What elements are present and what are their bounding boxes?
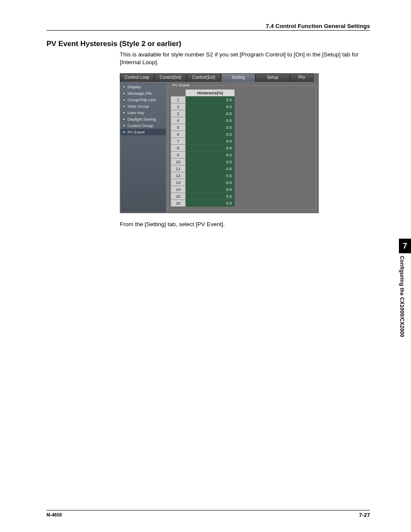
table-row: 70.5 — [171, 138, 235, 145]
sidebar-item-label: Group/Trip Line — [128, 97, 156, 102]
bullet-icon — [122, 98, 126, 102]
sidebar-item-message-file[interactable]: Message,File — [121, 90, 166, 96]
bullet-icon — [122, 105, 126, 108]
hysteresis-table: Histeresis(%) 10.520.530.540.550.560.570… — [171, 89, 235, 207]
tab-control-ext[interactable]: Control(Ext) — [187, 73, 221, 82]
sidebar-item-label: Control Group — [128, 123, 153, 128]
table-corner — [171, 90, 186, 96]
sidebar-item-label: Display — [128, 84, 141, 89]
chapter-number: 7 — [399, 239, 411, 253]
hysteresis-cell[interactable]: 0.5 — [186, 152, 235, 159]
hysteresis-cell[interactable]: 0.5 — [186, 110, 235, 117]
row-index: 8 — [171, 145, 186, 152]
bullet-icon — [122, 118, 126, 121]
sidebar-item-label: Message,File — [128, 91, 152, 96]
row-index: 12 — [171, 172, 186, 179]
instruction-text: From the [Setting] tab, select [PV Event… — [120, 221, 370, 227]
footer-page-number: 7-27 — [359, 512, 370, 518]
bullet-icon — [122, 131, 126, 134]
hysteresis-cell[interactable]: 0.5 — [186, 172, 235, 179]
app-window: Control Loop Control(Int) Control(Ext) S… — [120, 73, 319, 213]
sidebar-item-control-group[interactable]: Control Group — [121, 122, 166, 129]
row-index: 4 — [171, 117, 186, 124]
row-index: 1 — [171, 96, 186, 103]
table-row: 40.5 — [171, 117, 235, 124]
sidebar-item-group-trip-line[interactable]: Group/Trip Line — [121, 96, 166, 103]
main-panel: PV Event Histeresis(%) 10.520.530.540.55… — [167, 83, 318, 212]
pv-event-group: PV Event Histeresis(%) 10.520.530.540.55… — [168, 85, 316, 210]
group-title: PV Event — [171, 83, 191, 87]
sidebar-item-daylight-saving[interactable]: Daylight Saving — [121, 116, 166, 122]
bullet-icon — [122, 85, 126, 89]
table-row: 20.5 — [171, 103, 235, 110]
row-index: 2 — [171, 103, 186, 110]
tab-pro[interactable]: Pro — [290, 73, 314, 82]
hysteresis-cell[interactable]: 0.5 — [186, 138, 235, 145]
row-index: 11 — [171, 165, 186, 172]
footer-rule — [47, 510, 370, 510]
table-row: 50.5 — [171, 124, 235, 131]
table-row: 90.5 — [171, 152, 235, 159]
sidebar: Display Message,File Group/Trip Line Vie… — [121, 83, 166, 212]
hysteresis-cell[interactable]: 0.5 — [186, 96, 235, 103]
row-index: 6 — [171, 131, 186, 138]
bullet-icon — [122, 111, 126, 115]
sidebar-item-label: PV Event — [128, 130, 145, 134]
col-header-hysteresis: Histeresis(%) — [186, 90, 235, 96]
hysteresis-cell[interactable]: 0.5 — [186, 165, 235, 172]
row-index: 15 — [171, 193, 186, 200]
thumb-index: 7 Configuring the CX1000/CX2000 — [399, 239, 411, 337]
row-index: 5 — [171, 124, 186, 131]
table-row: 80.5 — [171, 145, 235, 152]
tab-bar: Control Loop Control(Int) Control(Ext) S… — [120, 73, 319, 82]
section-header: 7.4 Control Function General Settings — [266, 23, 370, 29]
sidebar-item-display[interactable]: Display — [121, 84, 166, 90]
hysteresis-cell[interactable]: 0.5 — [186, 124, 235, 131]
sidebar-item-label: User Key — [128, 110, 144, 115]
row-index: 14 — [171, 186, 186, 193]
row-index: 16 — [171, 200, 186, 207]
sidebar-item-user-key[interactable]: User Key — [121, 109, 166, 116]
page-title: PV Event Hysteresis (Style 2 or earlier) — [47, 40, 370, 48]
hysteresis-cell[interactable]: 0.5 — [186, 193, 235, 200]
hysteresis-cell[interactable]: 0.5 — [186, 186, 235, 193]
hysteresis-cell[interactable]: 0.5 — [186, 159, 235, 165]
row-index: 13 — [171, 179, 186, 186]
table-row: 150.5 — [171, 193, 235, 200]
hysteresis-cell[interactable]: 0.5 — [186, 117, 235, 124]
row-index: 3 — [171, 110, 186, 117]
table-row: 120.5 — [171, 172, 235, 179]
hysteresis-cell[interactable]: 0.5 — [186, 179, 235, 186]
header-rule — [47, 30, 370, 31]
hysteresis-cell[interactable]: 0.5 — [186, 145, 235, 152]
bullet-icon — [122, 124, 126, 128]
row-index: 7 — [171, 138, 186, 145]
row-index: 10 — [171, 159, 186, 165]
table-row: 100.5 — [171, 159, 235, 165]
footer-doc-id: M-4659 — [47, 512, 62, 517]
tab-control-int[interactable]: Control(Int) — [154, 73, 187, 82]
sidebar-item-pv-event[interactable]: PV Event — [121, 129, 166, 135]
table-row: 30.5 — [171, 110, 235, 117]
sidebar-item-label: Daylight Saving — [128, 117, 156, 121]
hysteresis-cell[interactable]: 0.5 — [186, 103, 235, 110]
sidebar-item-view-group[interactable]: View Group — [121, 103, 166, 109]
hysteresis-cell[interactable]: 0.5 — [186, 200, 235, 207]
table-row: 60.5 — [171, 131, 235, 138]
table-row: 130.5 — [171, 179, 235, 186]
hysteresis-cell[interactable]: 0.5 — [186, 131, 235, 138]
sidebar-item-label: View Group — [128, 104, 149, 109]
intro-paragraph: This is available for style number S2 if… — [120, 51, 361, 66]
tab-setup[interactable]: Setup — [255, 73, 290, 82]
chapter-title-vertical: Configuring the CX1000/CX2000 — [399, 253, 408, 337]
tab-control-loop[interactable]: Control Loop — [120, 73, 154, 82]
tab-setting[interactable]: Setting — [221, 73, 255, 82]
bullet-icon — [122, 92, 126, 95]
row-index: 9 — [171, 152, 186, 159]
table-row: 10.5 — [171, 96, 235, 103]
table-row: 140.5 — [171, 186, 235, 193]
table-row: 110.5 — [171, 165, 235, 172]
table-row: 160.5 — [171, 200, 235, 207]
screenshot-figure: Control Loop Control(Int) Control(Ext) S… — [120, 73, 319, 213]
